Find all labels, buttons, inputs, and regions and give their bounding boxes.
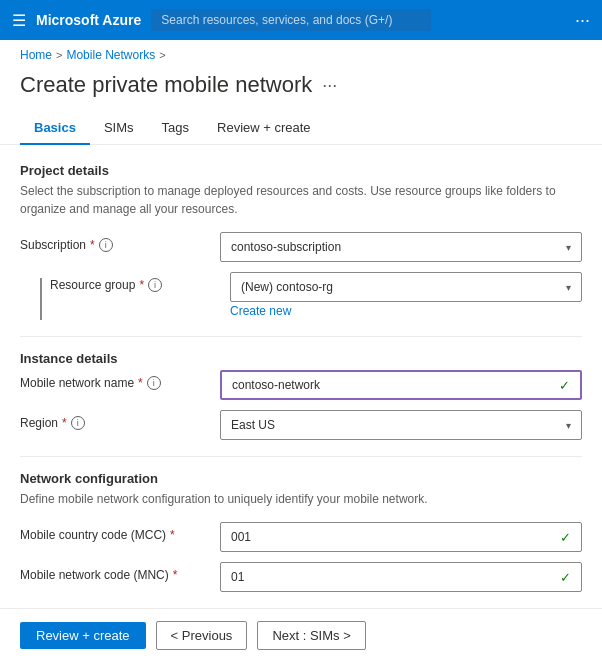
instance-details-header: Instance details bbox=[20, 351, 582, 366]
region-control: East US ▾ bbox=[220, 410, 582, 440]
resource-group-label: Resource group * i bbox=[50, 278, 230, 292]
hamburger-icon[interactable]: ☰ bbox=[12, 11, 26, 30]
resource-group-value: (New) contoso-rg bbox=[241, 280, 333, 294]
rg-required: * bbox=[139, 278, 144, 292]
project-details-section: Project details Select the subscription … bbox=[20, 163, 582, 320]
breadcrumb-mobile-networks[interactable]: Mobile Networks bbox=[66, 48, 155, 62]
region-required: * bbox=[62, 416, 67, 430]
top-nav: ☰ Microsoft Azure ··· bbox=[0, 0, 602, 40]
mcc-control: 001 ✓ bbox=[220, 522, 582, 552]
next-button[interactable]: Next : SIMs > bbox=[257, 621, 365, 650]
network-name-label: Mobile network name * i bbox=[20, 376, 220, 390]
breadcrumb: Home > Mobile Networks > bbox=[0, 40, 602, 66]
rg-chevron-icon: ▾ bbox=[566, 282, 571, 293]
network-name-required: * bbox=[138, 376, 143, 390]
project-details-header: Project details bbox=[20, 163, 582, 178]
resource-group-dropdown[interactable]: (New) contoso-rg ▾ bbox=[230, 272, 582, 302]
mcc-input[interactable]: 001 ✓ bbox=[220, 522, 582, 552]
tab-review-create[interactable]: Review + create bbox=[203, 112, 325, 145]
mnc-value: 01 bbox=[231, 570, 244, 584]
mnc-required: * bbox=[173, 568, 178, 582]
instance-details-section: Instance details Mobile network name * i… bbox=[20, 351, 582, 440]
mnc-group: Mobile network code (MNC) * 01 ✓ bbox=[20, 562, 582, 592]
review-create-button[interactable]: Review + create bbox=[20, 622, 146, 649]
title-options-icon[interactable]: ··· bbox=[322, 75, 337, 96]
network-config-header: Network configuration bbox=[20, 471, 582, 486]
region-value: East US bbox=[231, 418, 275, 432]
resource-group-control: (New) contoso-rg ▾ Create new bbox=[230, 272, 582, 318]
mcc-check-icon: ✓ bbox=[560, 530, 571, 545]
breadcrumb-sep2: > bbox=[159, 49, 165, 61]
project-details-desc: Select the subscription to manage deploy… bbox=[20, 182, 582, 218]
network-name-check-icon: ✓ bbox=[559, 378, 570, 393]
network-name-value: contoso-network bbox=[232, 378, 320, 392]
subscription-dropdown[interactable]: contoso-subscription ▾ bbox=[220, 232, 582, 262]
mcc-required: * bbox=[170, 528, 175, 542]
create-new-link[interactable]: Create new bbox=[230, 304, 291, 318]
network-name-group: Mobile network name * i contoso-network … bbox=[20, 370, 582, 400]
subscription-label: Subscription * i bbox=[20, 238, 220, 252]
tab-basics[interactable]: Basics bbox=[20, 112, 90, 145]
network-name-info-icon[interactable]: i bbox=[147, 376, 161, 390]
page-title: Create private mobile network bbox=[20, 72, 312, 98]
subscription-required: * bbox=[90, 238, 95, 252]
breadcrumb-sep1: > bbox=[56, 49, 62, 61]
subscription-value: contoso-subscription bbox=[231, 240, 341, 254]
network-name-control: contoso-network ✓ bbox=[220, 370, 582, 400]
mnc-check-icon: ✓ bbox=[560, 570, 571, 585]
tab-tags[interactable]: Tags bbox=[148, 112, 203, 145]
tab-sims[interactable]: SIMs bbox=[90, 112, 148, 145]
azure-logo: Microsoft Azure bbox=[36, 12, 141, 28]
region-dropdown[interactable]: East US ▾ bbox=[220, 410, 582, 440]
nav-dots-icon[interactable]: ··· bbox=[575, 10, 590, 31]
tabs: Basics SIMs Tags Review + create bbox=[0, 112, 602, 145]
region-info-icon[interactable]: i bbox=[71, 416, 85, 430]
network-name-input[interactable]: contoso-network ✓ bbox=[220, 370, 582, 400]
region-chevron-icon: ▾ bbox=[566, 420, 571, 431]
rg-info-icon[interactable]: i bbox=[148, 278, 162, 292]
network-config-section: Network configuration Define mobile netw… bbox=[20, 471, 582, 592]
breadcrumb-home[interactable]: Home bbox=[20, 48, 52, 62]
page-title-row: Create private mobile network ··· bbox=[0, 66, 602, 112]
main-content: Project details Select the subscription … bbox=[0, 145, 602, 662]
divider-1 bbox=[20, 336, 582, 337]
region-label: Region * i bbox=[20, 416, 220, 430]
mnc-input[interactable]: 01 ✓ bbox=[220, 562, 582, 592]
mcc-value: 001 bbox=[231, 530, 251, 544]
network-config-desc: Define mobile network configuration to u… bbox=[20, 490, 582, 508]
subscription-info-icon[interactable]: i bbox=[99, 238, 113, 252]
region-group: Region * i East US ▾ bbox=[20, 410, 582, 440]
mnc-control: 01 ✓ bbox=[220, 562, 582, 592]
resource-group-group: Resource group * i (New) contoso-rg ▾ Cr… bbox=[20, 272, 582, 320]
subscription-group: Subscription * i contoso-subscription ▾ bbox=[20, 232, 582, 262]
mcc-label: Mobile country code (MCC) * bbox=[20, 528, 220, 542]
subscription-chevron-icon: ▾ bbox=[566, 242, 571, 253]
divider-2 bbox=[20, 456, 582, 457]
mnc-label: Mobile network code (MNC) * bbox=[20, 568, 220, 582]
subscription-control: contoso-subscription ▾ bbox=[220, 232, 582, 262]
footer: Review + create < Previous Next : SIMs > bbox=[0, 608, 602, 662]
previous-button[interactable]: < Previous bbox=[156, 621, 248, 650]
mcc-group: Mobile country code (MCC) * 001 ✓ bbox=[20, 522, 582, 552]
rg-indent-bar bbox=[40, 278, 42, 320]
search-input[interactable] bbox=[151, 9, 431, 31]
